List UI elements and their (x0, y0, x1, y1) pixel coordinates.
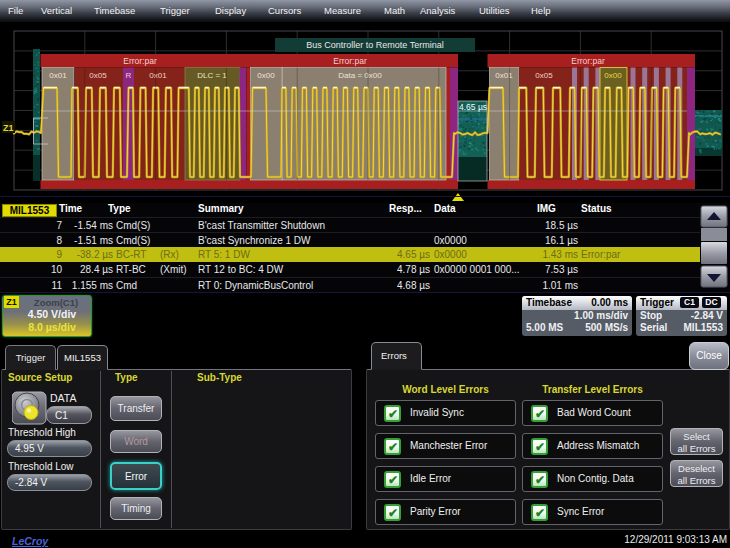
svg-text:0x00: 0x00 (604, 71, 622, 80)
svg-text:0x00: 0x00 (257, 71, 275, 80)
svg-text:Error:par: Error:par (571, 56, 605, 66)
svg-text:Bus Controller to Remote Termi: Bus Controller to Remote Terminal (306, 40, 443, 50)
svg-text:0x01: 0x01 (149, 71, 167, 80)
svg-text:DLC = 1: DLC = 1 (197, 71, 227, 80)
svg-text:Error:par: Error:par (123, 56, 157, 66)
svg-text:Error:par: Error:par (333, 56, 367, 66)
svg-text:0x05: 0x05 (89, 71, 107, 80)
svg-text:4.65 µs: 4.65 µs (459, 102, 487, 112)
svg-text:0x01: 0x01 (49, 71, 67, 80)
svg-text:Data = 0x00: Data = 0x00 (338, 71, 382, 80)
svg-text:0x05: 0x05 (535, 71, 553, 80)
svg-text:Z1: Z1 (3, 123, 14, 133)
svg-text:R: R (126, 71, 132, 80)
svg-text:0x01: 0x01 (495, 71, 513, 80)
